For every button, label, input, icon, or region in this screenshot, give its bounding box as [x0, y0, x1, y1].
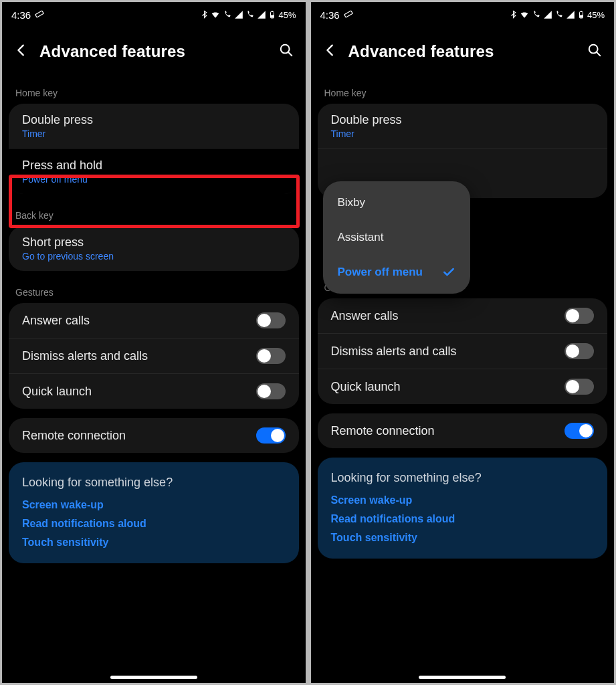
volte-icon-1 [532, 10, 541, 19]
row-remote-connection[interactable]: Remote connection [318, 413, 608, 448]
page-title: Advanced features [348, 42, 577, 61]
signal-icon-1 [234, 10, 243, 19]
press-hold-popup: Bixby Assistant Power off menu [323, 181, 470, 294]
row-title: Double press [22, 113, 286, 127]
row-remote-connection[interactable]: Remote connection [9, 418, 299, 453]
popup-option-power-off-menu[interactable]: Power off menu [323, 255, 470, 290]
bluetooth-icon [201, 10, 208, 19]
card-gestures: Answer calls Dismiss alerts and calls Qu… [318, 298, 608, 404]
battery-percent: 45% [278, 10, 296, 20]
home-indicator[interactable] [419, 676, 506, 679]
row-title: Answer calls [331, 309, 558, 323]
volte-icon-2 [245, 10, 255, 19]
row-title: Dismiss alerts and calls [331, 345, 558, 359]
toggle-dismiss-alerts[interactable] [256, 348, 286, 364]
popup-option-bixby[interactable]: Bixby [323, 185, 470, 220]
svg-rect-3 [272, 11, 273, 12]
row-dismiss-alerts[interactable]: Dismiss alerts and calls [318, 333, 608, 369]
card-home-key: Double press Timer Press and hold Power … [9, 104, 299, 194]
toggle-dismiss-alerts[interactable] [564, 343, 594, 359]
row-title: Answer calls [22, 314, 249, 328]
row-subtitle: Timer [331, 128, 595, 139]
row-title: Quick launch [22, 385, 249, 399]
row-quick-launch[interactable]: Quick launch [9, 373, 299, 409]
row-title: Press and hold [22, 159, 286, 173]
wifi-icon [210, 10, 221, 19]
wifi-icon [519, 10, 530, 19]
ruler-icon [35, 9, 44, 21]
popup-label: Assistant [338, 231, 384, 244]
battery-icon [577, 9, 585, 20]
card-remote: Remote connection [9, 418, 299, 453]
toggle-answer-calls[interactable] [564, 308, 594, 324]
toggle-answer-calls[interactable] [256, 312, 286, 328]
toggle-remote-connection[interactable] [564, 423, 594, 439]
row-title: Remote connection [331, 424, 558, 438]
row-dismiss-alerts[interactable]: Dismiss alerts and calls [9, 338, 299, 373]
row-title: Dismiss alerts and calls [22, 349, 249, 363]
link-screen-wake-up[interactable]: Screen wake-up [331, 494, 595, 506]
row-title: Remote connection [22, 429, 249, 443]
link-read-notifications-aloud[interactable]: Read notifications aloud [331, 513, 595, 525]
suggestion-title: Looking for something else? [331, 471, 595, 485]
svg-rect-9 [581, 11, 582, 12]
page-header: Advanced features [2, 26, 306, 81]
section-back-key: Back key [2, 203, 306, 226]
screenshot-right: 4:36 45% Advanced features Home key [311, 2, 615, 683]
status-bar: 4:36 45% [311, 2, 615, 26]
popup-label: Power off menu [338, 266, 423, 279]
suggestion-title: Looking for something else? [22, 476, 286, 490]
volte-icon-1 [223, 10, 232, 19]
section-gestures: Gestures [2, 280, 306, 303]
status-bar: 4:36 45% [2, 2, 306, 26]
home-indicator[interactable] [110, 676, 197, 679]
svg-line-11 [597, 52, 601, 56]
battery-icon [268, 9, 276, 20]
row-title: Quick launch [331, 380, 558, 394]
link-screen-wake-up[interactable]: Screen wake-up [22, 499, 286, 511]
suggestion-card: Looking for something else? Screen wake-… [318, 458, 608, 559]
row-subtitle: Power off menu [22, 174, 286, 185]
checkmark-icon [442, 266, 455, 279]
popup-option-assistant[interactable]: Assistant [323, 220, 470, 255]
back-icon[interactable] [14, 43, 29, 60]
page-title: Advanced features [39, 42, 268, 61]
battery-percent: 45% [587, 10, 605, 20]
toggle-remote-connection[interactable] [256, 427, 286, 444]
row-subtitle: Go to previous screen [22, 251, 286, 262]
link-touch-sensitivity[interactable]: Touch sensitivity [331, 532, 595, 544]
link-touch-sensitivity[interactable]: Touch sensitivity [22, 536, 286, 549]
search-icon[interactable] [279, 43, 294, 60]
link-read-notifications-aloud[interactable]: Read notifications aloud [22, 518, 286, 530]
toggle-quick-launch[interactable] [564, 379, 594, 395]
row-press-and-hold[interactable]: Press and hold Power off menu [9, 149, 299, 194]
volte-icon-2 [554, 10, 564, 19]
svg-rect-2 [271, 15, 274, 18]
row-answer-calls[interactable]: Answer calls [318, 298, 608, 333]
row-title: Short press [22, 235, 286, 250]
row-short-press[interactable]: Short press Go to previous screen [9, 226, 299, 271]
svg-rect-6 [344, 11, 352, 17]
back-icon[interactable] [323, 43, 338, 60]
row-quick-launch[interactable]: Quick launch [318, 369, 608, 404]
popup-label: Bixby [338, 196, 366, 209]
row-title: Double press [331, 113, 595, 127]
page-header: Advanced features [311, 26, 615, 81]
row-answer-calls[interactable]: Answer calls [9, 303, 299, 338]
signal-icon-2 [566, 10, 575, 19]
card-remote: Remote connection [318, 413, 608, 448]
row-double-press[interactable]: Double press Timer [318, 104, 608, 149]
row-subtitle: Timer [22, 128, 286, 139]
row-double-press[interactable]: Double press Timer [9, 104, 299, 149]
svg-line-5 [288, 52, 292, 56]
ruler-icon [344, 9, 353, 21]
status-time: 4:36 [11, 9, 31, 21]
svg-rect-0 [35, 11, 43, 17]
card-gestures: Answer calls Dismiss alerts and calls Qu… [9, 303, 299, 409]
search-icon[interactable] [587, 43, 602, 60]
toggle-quick-launch[interactable] [256, 383, 286, 399]
bluetooth-icon [510, 10, 517, 19]
status-time: 4:36 [320, 9, 340, 21]
section-home-key: Home key [311, 81, 615, 104]
svg-rect-8 [580, 15, 583, 18]
